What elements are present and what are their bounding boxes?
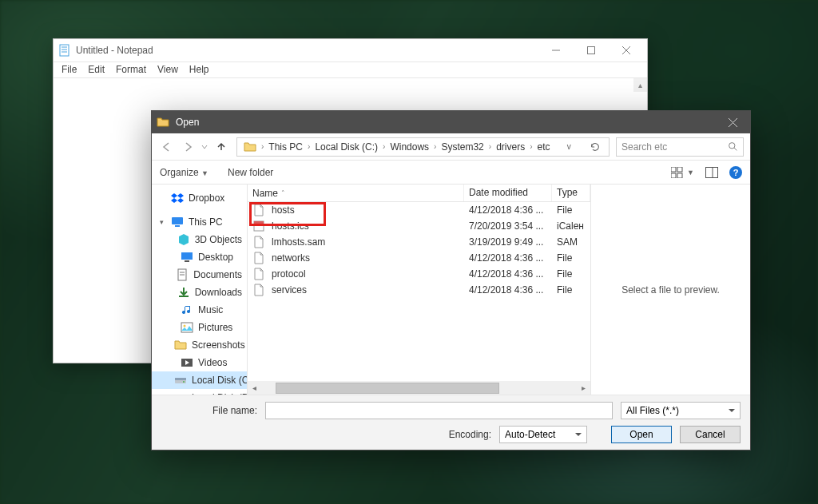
close-button[interactable] bbox=[609, 39, 644, 62]
tree-item[interactable]: Screenshots bbox=[152, 336, 247, 354]
chevron-right-icon: › bbox=[432, 142, 438, 151]
downloads-icon bbox=[177, 286, 190, 299]
column-headers[interactable]: Name ˄ Date modified Type bbox=[248, 185, 590, 202]
chevron-down-icon: ▼ bbox=[201, 169, 208, 177]
file-row[interactable]: lmhosts.sam3/19/2019 9:49 ...SAM bbox=[248, 234, 590, 250]
chevron-right-icon: › bbox=[260, 142, 265, 151]
address-bar[interactable]: › This PC› Local Disk (C:)› Windows› Sys… bbox=[236, 137, 610, 157]
navigation-pane[interactable]: Dropbox▾This PC3D ObjectsDesktopDocument… bbox=[152, 185, 248, 395]
open-dialog: Open › This PC› Local Disk (C:)› Windows… bbox=[151, 110, 751, 450]
scroll-left-icon[interactable]: ◂ bbox=[248, 381, 261, 395]
crumb-windows[interactable]: Windows bbox=[387, 141, 432, 153]
column-name[interactable]: Name ˄ bbox=[248, 185, 464, 201]
expand-toggle-icon[interactable]: ▾ bbox=[160, 218, 166, 226]
file-row[interactable]: protocol4/12/2018 4:36 ...File bbox=[248, 266, 590, 282]
svg-rect-16 bbox=[706, 167, 718, 177]
open-dialog-toolbar: Organize ▼ New folder ▼ ? bbox=[152, 161, 750, 185]
file-name-input[interactable] bbox=[265, 402, 613, 419]
open-dialog-footer: File name: All Files (*.*) Encoding: Aut… bbox=[152, 395, 750, 450]
tree-item-label: Local Disk (C:) bbox=[192, 375, 248, 386]
preview-pane-button[interactable] bbox=[705, 167, 718, 178]
open-dialog-title: Open bbox=[176, 117, 199, 128]
svg-rect-14 bbox=[671, 173, 676, 178]
chevron-down-icon: ▼ bbox=[687, 169, 694, 177]
crumb-system32[interactable]: System32 bbox=[438, 141, 486, 153]
search-placeholder: Search etc bbox=[621, 141, 667, 153]
refresh-button[interactable] bbox=[585, 141, 606, 153]
notepad-titlebar[interactable]: Untitled - Notepad bbox=[54, 39, 647, 62]
view-options-button[interactable]: ▼ bbox=[671, 167, 694, 178]
maximize-button[interactable] bbox=[574, 39, 609, 62]
crumb-c[interactable]: Local Disk (C:) bbox=[312, 141, 381, 153]
scroll-right-icon[interactable]: ▸ bbox=[577, 381, 590, 395]
file-type: SAM bbox=[552, 236, 590, 248]
svg-rect-25 bbox=[181, 323, 193, 332]
nav-recent-button[interactable] bbox=[200, 137, 209, 157]
new-folder-button[interactable]: New folder bbox=[228, 167, 273, 178]
tree-item-label: 3D Objects bbox=[195, 234, 242, 245]
dropbox-icon bbox=[171, 192, 184, 204]
menu-view[interactable]: View bbox=[153, 64, 183, 76]
scroll-thumb[interactable] bbox=[276, 383, 499, 394]
tree-item-label: Desktop bbox=[198, 252, 233, 263]
menu-format[interactable]: Format bbox=[111, 64, 151, 76]
tree-item[interactable]: Local Disk (D:) bbox=[152, 389, 247, 395]
file-date: 4/12/2018 4:36 ... bbox=[464, 252, 552, 264]
tree-item[interactable]: Local Disk (C:) bbox=[152, 371, 247, 389]
svg-rect-13 bbox=[677, 167, 682, 172]
minimize-button[interactable] bbox=[538, 39, 574, 62]
column-date[interactable]: Date modified bbox=[464, 185, 552, 201]
cancel-button[interactable]: Cancel bbox=[680, 426, 741, 443]
file-name-label: File name: bbox=[161, 405, 257, 416]
nav-forward-button[interactable] bbox=[179, 137, 197, 157]
notepad-title: Untitled - Notepad bbox=[76, 45, 153, 56]
search-box[interactable]: Search etc bbox=[616, 137, 744, 157]
sort-asc-icon: ˄ bbox=[281, 189, 285, 197]
file-type: iCalен bbox=[552, 220, 590, 232]
menu-edit[interactable]: Edit bbox=[83, 64, 109, 76]
open-dialog-navbar: › This PC› Local Disk (C:)› Windows› Sys… bbox=[152, 133, 750, 161]
file-row[interactable]: services4/12/2018 4:36 ...File bbox=[248, 282, 590, 298]
tree-item-label: Music bbox=[198, 304, 223, 315]
tree-item[interactable]: ▾This PC bbox=[152, 213, 247, 231]
pictures-icon bbox=[181, 321, 193, 334]
crumb-etc[interactable]: etc bbox=[534, 141, 554, 153]
horizontal-scrollbar[interactable]: ◂ ▸ bbox=[248, 381, 590, 395]
file-row[interactable]: networks4/12/2018 4:36 ...File bbox=[248, 250, 590, 266]
svg-point-26 bbox=[184, 325, 186, 327]
tree-item[interactable]: 3D Objects bbox=[152, 231, 247, 248]
menu-help[interactable]: Help bbox=[185, 64, 214, 76]
nav-back-button[interactable] bbox=[158, 137, 176, 157]
tree-item[interactable]: Videos bbox=[152, 354, 247, 371]
chevron-right-icon: › bbox=[306, 142, 312, 151]
tree-item[interactable]: Desktop bbox=[152, 248, 247, 266]
column-type[interactable]: Type bbox=[552, 185, 590, 201]
file-type-filter[interactable]: All Files (*.*) bbox=[621, 402, 741, 419]
dialog-close-button[interactable] bbox=[717, 111, 749, 133]
crumb-this-pc[interactable]: This PC bbox=[265, 141, 306, 153]
svg-rect-19 bbox=[175, 225, 180, 227]
scroll-up-button[interactable]: ▴ bbox=[633, 78, 647, 92]
tree-item[interactable]: Documents bbox=[152, 266, 247, 284]
preview-pane: Select a file to preview. bbox=[590, 185, 750, 395]
open-dialog-titlebar[interactable]: Open bbox=[152, 111, 750, 133]
file-name: protocol bbox=[272, 268, 306, 280]
file-rows: hosts4/12/2018 4:36 ...Filehosts.ics7/20… bbox=[248, 202, 590, 381]
tree-item[interactable]: Downloads bbox=[152, 284, 247, 301]
addr-dropdown-button[interactable]: v bbox=[562, 142, 576, 151]
file-date: 4/12/2018 4:36 ... bbox=[464, 284, 552, 296]
menu-file[interactable]: File bbox=[57, 64, 81, 76]
crumb-drivers[interactable]: drivers bbox=[493, 141, 528, 153]
svg-point-30 bbox=[183, 381, 185, 383]
tree-item[interactable]: Pictures bbox=[152, 319, 247, 336]
help-icon[interactable]: ? bbox=[729, 166, 742, 179]
tree-item[interactable]: Music bbox=[152, 301, 247, 319]
organize-menu[interactable]: Organize ▼ bbox=[160, 167, 208, 178]
tree-item-label: Pictures bbox=[198, 322, 232, 333]
tree-item[interactable]: Dropbox bbox=[152, 189, 247, 207]
file-icon bbox=[252, 252, 265, 264]
open-button[interactable]: Open bbox=[611, 426, 672, 443]
file-date: 4/12/2018 4:36 ... bbox=[464, 204, 552, 216]
nav-up-button[interactable] bbox=[212, 137, 230, 157]
encoding-select[interactable]: Auto-Detect bbox=[499, 426, 587, 443]
